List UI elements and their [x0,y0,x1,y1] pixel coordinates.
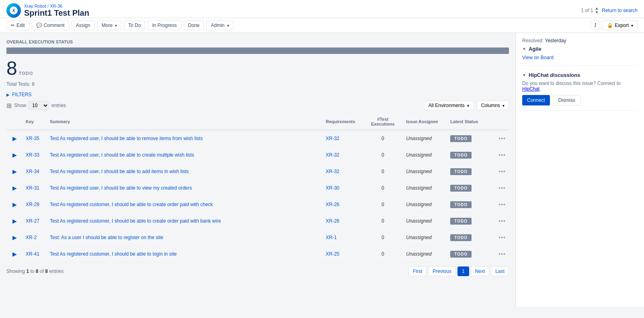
table-controls: ⊞ Show 10 25 50 100 entries All Environm… [6,101,509,110]
breadcrumb-issue-link[interactable]: XR-36 [50,4,62,8]
play-button[interactable]: ▶ [10,233,19,242]
summary-link[interactable]: Test: As a user I should be able to regi… [50,235,163,240]
key-link[interactable]: XR-29 [26,202,39,207]
play-cell: ▶ [6,229,23,246]
play-button[interactable]: ▶ [10,134,19,143]
view-on-board-link[interactable]: View on Board [522,55,554,60]
page-1-button[interactable]: 1 [457,266,469,276]
edit-button[interactable]: ✏ Edit [6,21,29,30]
play-button[interactable]: ▶ [10,216,19,226]
entries-select[interactable]: 10 25 50 100 [29,101,49,110]
summary-link[interactable]: Test As registered customer, I should be… [50,202,213,207]
key-cell: XR-31 [23,180,47,196]
assign-button[interactable]: Assign [72,21,95,30]
key-link[interactable]: XR-34 [26,169,39,174]
previous-button[interactable]: Previous [428,266,456,276]
table-footer: Showing 1 to 8 of 8 entries First Previo… [6,262,509,278]
row-more-button[interactable]: ••• [498,201,506,208]
play-button[interactable]: ▶ [10,167,19,176]
breadcrumb-project-link[interactable]: Xray Robot [24,4,46,8]
summary-cell: Test As registered customer, I should be… [47,246,322,262]
key-cell: XR-27 [23,213,47,229]
summary-link[interactable]: Test As registered user, I should be abl… [50,185,192,191]
requirements-cell: XR-30 [322,180,363,196]
executions-cell: 0 [363,246,403,262]
key-link[interactable]: XR-31 [26,185,39,191]
row-more-button[interactable]: ••• [498,152,506,158]
pagination-buttons: First Previous 1 Next Last [408,266,509,276]
total-tests: Total Tests: 8 [6,81,509,87]
key-link[interactable]: XR-41 [26,251,39,257]
hipchat-description: Do you want to discuss this issue? Conne… [522,81,638,92]
requirement-link[interactable]: XR-32 [326,152,339,158]
play-button[interactable]: ▶ [10,150,19,160]
summary-link[interactable]: Test As registered user, I should be abl… [50,136,203,141]
requirement-link[interactable]: XR-32 [326,136,339,141]
status-badge: TODO [450,185,472,192]
next-arrow-icon[interactable]: ▼ [595,10,599,14]
sidebar: Resolved: Yesterday ▼ Agile View on Boar… [515,33,644,307]
key-cell: XR-41 [23,246,47,262]
requirement-link[interactable]: XR-26 [326,202,339,207]
connect-button[interactable]: Connect [522,95,550,105]
next-button[interactable]: Next [471,266,490,276]
key-link[interactable]: XR-35 [26,136,39,141]
todo-button[interactable]: To Do [124,21,145,30]
requirement-link[interactable]: XR-32 [326,169,339,174]
summary-link[interactable]: Test As registered customer, I should be… [50,251,177,257]
in-progress-button[interactable]: In Progress [148,21,181,30]
requirement-link[interactable]: XR-26 [326,218,339,224]
play-cell: ▶ [6,213,23,229]
requirement-link[interactable]: XR-25 [326,251,339,257]
comment-icon: 💬 [36,23,42,28]
executions-cell: 0 [363,213,403,229]
environments-button[interactable]: All Environments [424,101,474,110]
key-link[interactable]: XR-27 [26,218,39,224]
entries-label: entries [51,103,66,108]
done-button[interactable]: Done [184,21,204,30]
breadcrumb: Xray Robot / XR-36 Sprint1 Test Plan [24,4,89,18]
filters-toggle[interactable]: ▶ FILTERS [6,92,509,97]
requirement-link[interactable]: XR-30 [326,185,339,191]
toolbar-right: ⤴ 🔒 Export [591,21,638,30]
pagination-arrows[interactable]: ▲ ▼ [595,6,599,14]
key-link[interactable]: XR-33 [26,152,39,158]
more-cell: ••• [495,180,509,196]
share-button[interactable]: ⤴ [591,21,600,30]
first-button[interactable]: First [408,266,427,276]
hipchat-section-header[interactable]: ▼ HipChat discussions [522,72,638,78]
dismiss-button[interactable]: Dismiss [553,95,580,105]
comment-button[interactable]: 💬 Comment [32,21,69,30]
play-button[interactable]: ▶ [10,200,19,209]
row-more-button[interactable]: ••• [498,251,506,257]
summary-link[interactable]: Test As registered user, I should be abl… [50,169,189,174]
content-area: Overall Execution Status 8 TODO Total Te… [0,33,515,307]
status-badge: TODO [450,251,472,258]
row-more-button[interactable]: ••• [498,168,506,175]
more-button[interactable]: More [97,21,121,30]
row-more-button[interactable]: ••• [498,185,506,191]
summary-link[interactable]: Test As registered customer, I should be… [50,218,221,224]
summary-link[interactable]: Test As registered user, I should be abl… [50,152,194,158]
top-right: 1 of 1 ▲ ▼ Return to search [581,6,638,14]
play-button[interactable]: ▶ [10,183,19,193]
filters-label: FILTERS [12,92,31,97]
row-more-button[interactable]: ••• [498,218,506,224]
row-more-button[interactable]: ••• [498,234,506,241]
row-more-button[interactable]: ••• [498,135,506,142]
columns-button[interactable]: Columns [477,101,509,110]
hipchat-link[interactable]: HipChat [522,86,539,92]
executions-cell: 0 [363,196,403,213]
agile-section-header[interactable]: ▼ Agile [522,46,638,52]
return-to-search-link[interactable]: Return to search [602,8,638,13]
play-button[interactable]: ▶ [10,249,19,259]
more-cell: ••• [495,246,509,262]
requirement-link[interactable]: XR-1 [326,235,336,240]
admin-button[interactable]: Admin [206,21,233,30]
more-cell: ••• [495,213,509,229]
export-button[interactable]: 🔒 Export [603,21,638,30]
last-button[interactable]: Last [491,266,509,276]
key-link[interactable]: XR-2 [26,235,37,240]
main-layout: Overall Execution Status 8 TODO Total Te… [0,33,644,307]
showing-text: Showing 1 to 8 of 8 entries [6,268,64,274]
